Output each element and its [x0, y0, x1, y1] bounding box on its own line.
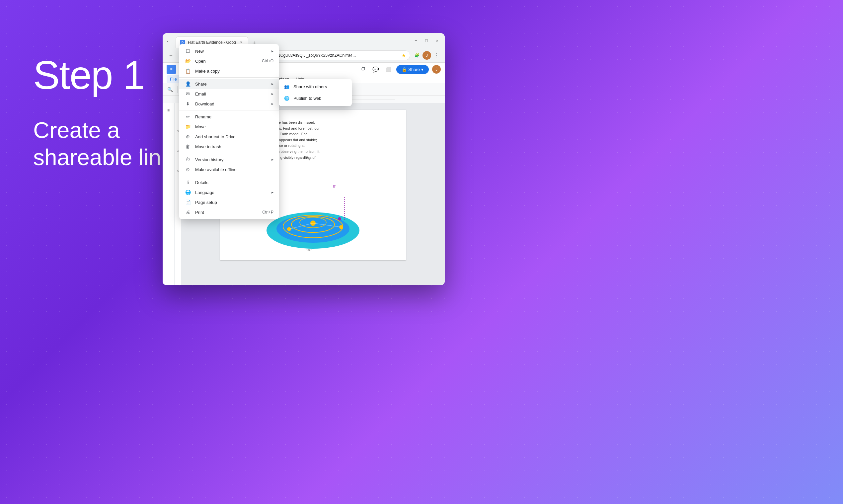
menu-divider-3	[179, 153, 279, 153]
menu-item-new[interactable]: ☐ New ▸	[179, 46, 279, 56]
tab-switcher-btn[interactable]: ⌄	[166, 38, 169, 43]
degree-label: 0°	[333, 184, 336, 189]
trash-label: Move to trash	[195, 144, 274, 149]
download-icon: ⬇	[185, 101, 191, 106]
menu-item-share[interactable]: 👤 Share ▸ 👥 Share with others 🌐 Publish …	[179, 79, 279, 89]
menu-item-version-history[interactable]: ⏱ Version history ▸	[179, 155, 279, 164]
extensions-icon[interactable]: 🧩	[412, 51, 422, 60]
meet-icon[interactable]: ⬜	[384, 65, 393, 74]
print-icon: 🖨	[185, 210, 191, 215]
share-lock-icon: 🔒	[401, 67, 407, 72]
share-with-others-icon: 👥	[284, 84, 289, 89]
menu-item-email[interactable]: ✉ Email ▸	[179, 89, 279, 99]
language-arrow-icon: ▸	[272, 190, 274, 195]
docs-app-icon: ≡	[167, 65, 176, 74]
win-controls-group: − □ ×	[411, 35, 445, 46]
svg-text:180°: 180°	[306, 248, 313, 252]
back-btn[interactable]: ←	[166, 50, 176, 60]
profile-avatar[interactable]: J	[423, 51, 431, 60]
move-label: Move	[195, 124, 274, 129]
menu-file[interactable]: File	[167, 75, 180, 83]
share-with-others-label: Share with others	[293, 84, 327, 89]
sidebar-lines-icon[interactable]: ≡	[164, 106, 173, 115]
open-shortcut: Ctrl+O	[262, 59, 274, 63]
email-icon: ✉	[185, 91, 191, 96]
language-icon: 🌐	[185, 190, 191, 195]
new-icon: ☐	[185, 49, 191, 54]
search-toolbar-btn[interactable]: 🔍	[165, 85, 175, 94]
step-title: Step 1	[33, 53, 173, 97]
offline-icon: ⊙	[185, 167, 191, 172]
download-label: Download	[195, 102, 268, 106]
step-subtitle: Create a shareable link	[33, 117, 173, 171]
open-icon: 📂	[185, 58, 191, 64]
docs-right-actions: ⏱ 💬 ⬜ 🔒 Share ▾ J	[358, 65, 441, 74]
profile-icon[interactable]: J	[422, 51, 431, 60]
nav-icons-right: 🧩 J ⋮	[412, 51, 442, 60]
rename-label: Rename	[195, 114, 274, 119]
print-shortcut: Ctrl+P	[262, 210, 274, 215]
page-setup-label: Page setup	[195, 200, 274, 205]
menu-item-add-shortcut[interactable]: ⊕ Add shortcut to Drive	[179, 132, 279, 142]
language-label: Language	[195, 190, 268, 195]
print-label: Print	[195, 210, 258, 215]
new-arrow-icon: ▸	[272, 49, 274, 53]
file-menu-panel: ☐ New ▸ 📂 Open Ctrl+O 📋 Make a copy 👤 Sh…	[179, 44, 279, 219]
version-history-label: Version history	[195, 157, 268, 162]
menu-divider-1	[179, 77, 279, 77]
copy-icon: 📋	[185, 68, 191, 74]
left-panel: Step 1 Create a shareable link	[33, 53, 173, 171]
rename-icon: ✏	[185, 114, 191, 119]
email-arrow-icon: ▸	[272, 91, 274, 96]
menu-item-trash[interactable]: 🗑 Move to trash	[179, 142, 279, 151]
version-history-arrow-icon: ▸	[272, 157, 274, 162]
share-submenu: 👥 Share with others 🌐 Publish to web	[279, 79, 352, 106]
menu-item-download[interactable]: ⬇ Download ▸	[179, 99, 279, 109]
chat-icon[interactable]: 💬	[371, 65, 380, 74]
menu-item-rename[interactable]: ✏ Rename	[179, 112, 279, 122]
win-close-btn[interactable]: ×	[432, 35, 442, 46]
history-icon[interactable]: ⏱	[358, 65, 368, 74]
details-label: Details	[195, 180, 274, 185]
menu-item-details[interactable]: ℹ Details	[179, 177, 279, 187]
move-icon: 📁	[185, 124, 191, 129]
win-maximize-btn[interactable]: □	[422, 35, 431, 46]
menu-item-language[interactable]: 🌐 Language ▸	[179, 187, 279, 197]
share-chevron-icon: ▾	[421, 67, 424, 72]
trash-icon: 🗑	[185, 144, 191, 149]
menu-item-open[interactable]: 📂 Open Ctrl+O	[179, 56, 279, 66]
open-label: Open	[195, 59, 258, 64]
add-shortcut-label: Add shortcut to Drive	[195, 134, 274, 139]
menu-item-page-setup[interactable]: 📄 Page setup	[179, 197, 279, 207]
share-button[interactable]: 🔒 Share ▾	[396, 65, 429, 74]
menu-item-move[interactable]: 📁 Move	[179, 122, 279, 132]
page-setup-icon: 📄	[185, 200, 191, 205]
copy-label: Make a copy	[195, 69, 274, 74]
publish-to-web-item[interactable]: 🌐 Publish to web	[279, 92, 352, 104]
window-controls: ⌄	[162, 38, 174, 43]
menu-item-make-copy[interactable]: 📋 Make a copy	[179, 66, 279, 76]
version-history-icon: ⏱	[185, 157, 191, 162]
download-arrow-icon: ▸	[272, 102, 274, 106]
menu-dots-btn[interactable]: ⋮	[432, 51, 442, 60]
add-shortcut-icon: ⊕	[185, 134, 191, 139]
new-label: New	[195, 49, 268, 54]
share-arrow-icon: ▸	[272, 82, 274, 86]
svg-point-17	[338, 217, 341, 220]
bookmark-icon[interactable]: ★	[401, 53, 406, 58]
share-with-others-item[interactable]: 👥 Share with others	[279, 81, 352, 92]
share-people-icon: 👤	[185, 81, 191, 87]
publish-to-web-label: Publish to web	[293, 96, 322, 101]
menu-divider-2	[179, 110, 279, 110]
toolbar-sep-1	[177, 86, 177, 93]
offline-label: Make available offline	[195, 167, 274, 172]
user-avatar[interactable]: J	[432, 65, 441, 74]
menu-item-offline[interactable]: ⊙ Make available offline	[179, 164, 279, 175]
email-label: Email	[195, 91, 268, 96]
menu-divider-4	[179, 176, 279, 176]
menu-item-print[interactable]: 🖨 Print Ctrl+P	[179, 207, 279, 217]
win-minimize-btn[interactable]: −	[411, 35, 421, 46]
publish-to-web-icon: 🌐	[284, 96, 289, 101]
doc-sidebar-left: ≡	[162, 103, 175, 285]
share-label: Share	[195, 82, 268, 87]
